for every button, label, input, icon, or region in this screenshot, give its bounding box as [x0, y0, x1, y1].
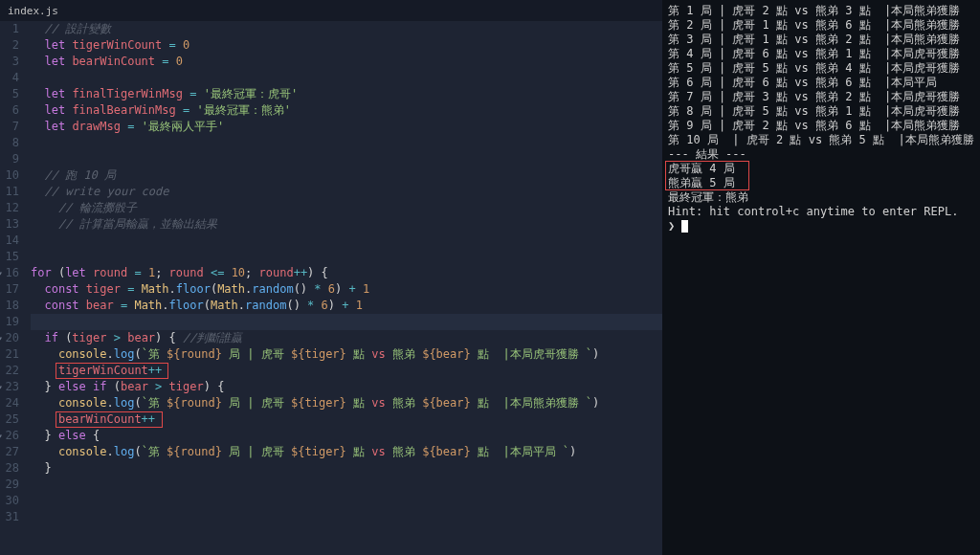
- code-line[interactable]: } else if (bear > tiger) {: [31, 379, 662, 395]
- code-line[interactable]: console.log(`第 ${round} 局 | 虎哥 ${tiger} …: [31, 444, 662, 460]
- code-line[interactable]: [31, 314, 662, 330]
- code-line[interactable]: if (tiger > bear) { //判斷誰贏: [31, 330, 662, 346]
- code-line[interactable]: for (let round = 1; round <= 10; round++…: [31, 265, 662, 281]
- code-line[interactable]: [31, 477, 662, 493]
- line-number: 9: [0, 151, 19, 167]
- code-line[interactable]: // write your code: [31, 184, 662, 200]
- terminal-prompt: ❯: [668, 219, 974, 233]
- code-line[interactable]: let tigerWinCount = 0: [31, 37, 662, 54]
- highlight-box-bearwincount: [56, 411, 163, 428]
- tab-filename[interactable]: index.js: [8, 5, 58, 17]
- line-number: 14: [0, 233, 19, 249]
- line-number: 23▾: [0, 379, 19, 395]
- terminal-final-line: 最終冠軍：熊弟: [668, 190, 974, 205]
- fold-icon[interactable]: ▾: [0, 265, 3, 281]
- code-line[interactable]: const bear = Math.floor(Math.random() * …: [31, 298, 662, 314]
- terminal-round-line: 第 4 局 | 虎哥 6 點 vs 熊弟 1 點 |本局虎哥獲勝: [668, 47, 974, 61]
- terminal-round-line: 第 3 局 | 虎哥 1 點 vs 熊弟 2 點 |本局熊弟獲勝: [668, 33, 974, 47]
- line-number: 4: [0, 70, 19, 86]
- editor-pane: index.js 12345678910111213141516▾1718192…: [0, 0, 662, 555]
- line-number: 29: [0, 477, 19, 493]
- line-number: 24: [0, 395, 19, 411]
- code-line[interactable]: let finalBearWinMsg = '最終冠軍：熊弟': [31, 102, 662, 119]
- code-line[interactable]: // 設計變數: [31, 21, 662, 37]
- line-number: 30: [0, 493, 19, 509]
- code-line[interactable]: [31, 151, 662, 167]
- terminal-round-line: 第 8 局 | 虎哥 5 點 vs 熊弟 1 點 |本局虎哥獲勝: [668, 104, 974, 119]
- code-line[interactable]: [31, 509, 662, 525]
- terminal-pane[interactable]: 第 1 局 | 虎哥 2 點 vs 熊弟 3 點 |本局熊弟獲勝第 2 局 | …: [662, 0, 980, 555]
- code-line[interactable]: console.log(`第 ${round} 局 | 虎哥 ${tiger} …: [31, 346, 662, 363]
- line-number: 20▾: [0, 330, 19, 346]
- line-number: 3: [0, 54, 19, 70]
- highlight-box-tigerwincount: [56, 363, 168, 379]
- line-number: 31: [0, 509, 19, 525]
- terminal-round-line: 第 10 局 | 虎哥 2 點 vs 熊弟 5 點 |本局熊弟獲勝: [668, 133, 974, 147]
- code-line[interactable]: const tiger = Math.floor(Math.random() *…: [31, 281, 662, 298]
- line-number: 10: [0, 167, 19, 184]
- terminal-round-line: 第 2 局 | 虎哥 1 點 vs 熊弟 6 點 |本局熊弟獲勝: [668, 18, 974, 33]
- line-number: 13: [0, 216, 19, 233]
- line-number: 18: [0, 298, 19, 314]
- code-line[interactable]: // 跑 10 局: [31, 167, 662, 184]
- highlight-box-summary: [665, 161, 749, 190]
- line-number: 26▾: [0, 428, 19, 444]
- line-number: 5: [0, 86, 19, 102]
- code-line[interactable]: [31, 135, 662, 151]
- line-number: 12: [0, 200, 19, 216]
- line-number: 6: [0, 102, 19, 119]
- line-number: 28: [0, 460, 19, 477]
- line-number: 2: [0, 37, 19, 54]
- code-line[interactable]: console.log(`第 ${round} 局 | 虎哥 ${tiger} …: [31, 395, 662, 411]
- fold-icon[interactable]: ▾: [0, 330, 3, 346]
- terminal-round-line: 第 9 局 | 虎哥 2 點 vs 熊弟 6 點 |本局熊弟獲勝: [668, 119, 974, 133]
- terminal-cursor: [681, 220, 688, 233]
- code-line[interactable]: [31, 249, 662, 265]
- line-number: 17: [0, 281, 19, 298]
- code-line[interactable]: // 計算當局輸贏，並輸出結果: [31, 216, 662, 233]
- code-line[interactable]: } else {: [31, 428, 662, 444]
- line-number: 8: [0, 135, 19, 151]
- line-number-gutter: 12345678910111213141516▾17181920▾212223▾…: [0, 21, 27, 555]
- code-line[interactable]: [31, 70, 662, 86]
- code-line[interactable]: }: [31, 460, 662, 477]
- code-line[interactable]: [31, 233, 662, 249]
- line-number: 27: [0, 444, 19, 460]
- code-line[interactable]: let finalTigerWinMsg = '最終冠軍：虎哥': [31, 86, 662, 102]
- line-number: 11: [0, 184, 19, 200]
- tab-bar: index.js: [0, 0, 662, 21]
- fold-icon[interactable]: ▾: [0, 428, 3, 444]
- line-number: 25: [0, 411, 19, 428]
- code-area[interactable]: 12345678910111213141516▾17181920▾212223▾…: [0, 21, 662, 555]
- code-line[interactable]: // 輪流擲骰子: [31, 200, 662, 216]
- terminal-round-line: 第 7 局 | 虎哥 3 點 vs 熊弟 2 點 |本局虎哥獲勝: [668, 90, 974, 104]
- code-line[interactable]: let drawMsg = '最終兩人平手': [31, 119, 662, 135]
- code-line[interactable]: [31, 493, 662, 509]
- terminal-round-line: 第 5 局 | 虎哥 5 點 vs 熊弟 4 點 |本局虎哥獲勝: [668, 61, 974, 76]
- terminal-divider: --- 結果 ---: [668, 147, 974, 162]
- code-content[interactable]: // 設計變數 let tigerWinCount = 0 let bearWi…: [27, 21, 662, 555]
- line-number: 19: [0, 314, 19, 330]
- terminal-round-line: 第 1 局 | 虎哥 2 點 vs 熊弟 3 點 |本局熊弟獲勝: [668, 4, 974, 18]
- code-line[interactable]: let bearWinCount = 0: [31, 54, 662, 70]
- line-number: 1: [0, 21, 19, 37]
- terminal-hint-line: Hint: hit control+c anytime to enter REP…: [668, 205, 974, 219]
- terminal-round-line: 第 6 局 | 虎哥 6 點 vs 熊弟 6 點 |本局平局: [668, 76, 974, 90]
- line-number: 7: [0, 119, 19, 135]
- fold-icon[interactable]: ▾: [0, 379, 3, 395]
- line-number: 15: [0, 249, 19, 265]
- line-number: 21: [0, 346, 19, 363]
- line-number: 22: [0, 363, 19, 379]
- line-number: 16▾: [0, 265, 19, 281]
